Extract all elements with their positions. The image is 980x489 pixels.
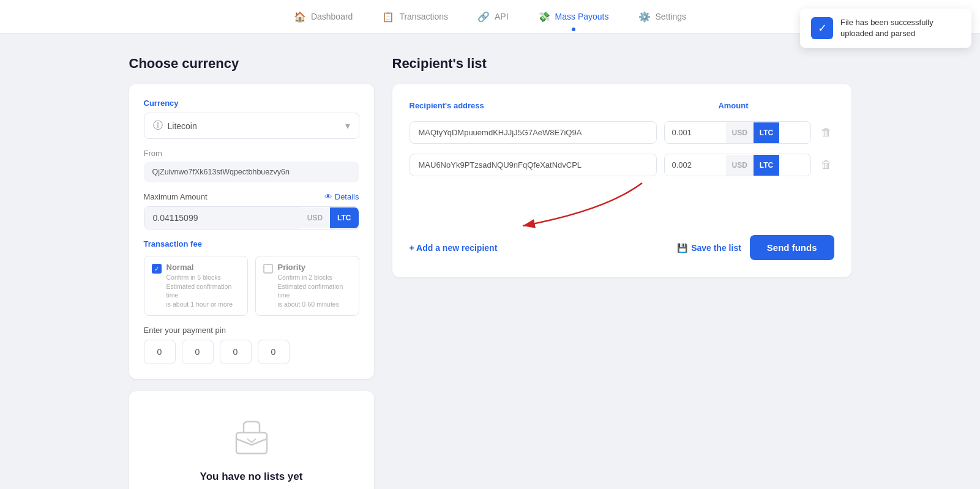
normal-fee-detail: Confirm in 5 blocksEstimated confirmatio…	[166, 273, 240, 309]
transactions-icon: 📋	[382, 11, 394, 23]
max-amount-field: 0.04115099 USD LTC	[144, 206, 359, 230]
actions-row: + Add a new recipient 💾 Save the list Se…	[410, 235, 834, 260]
home-icon: 🏠	[294, 11, 306, 23]
litecoin-icon: ⓛ	[153, 119, 163, 132]
pin-input-4[interactable]	[258, 340, 290, 364]
pin-input-3[interactable]	[220, 340, 252, 364]
save-icon: 💾	[677, 243, 687, 253]
currency-toggle: USD LTC	[300, 207, 359, 229]
priority-fee-name: Priority	[278, 263, 351, 272]
no-lists-card: You have no lists yet	[129, 391, 374, 489]
usd-toggle-btn[interactable]: USD	[300, 207, 330, 228]
fee-priority-option[interactable]: Priority Confirm in 2 blocksEstimated co…	[255, 256, 359, 316]
address-input-1[interactable]	[410, 121, 657, 144]
details-link[interactable]: 👁 Details	[324, 192, 359, 201]
currency-card: Currency ⓛ Litecoin ▾ From QjZuivnwo7fXk…	[129, 84, 374, 379]
no-lists-text: You have no lists yet	[200, 471, 303, 483]
priority-checkbox[interactable]	[263, 264, 273, 274]
nav-transactions[interactable]: 📋 Transactions	[380, 0, 451, 34]
ltc-toggle-btn[interactable]: LTC	[330, 207, 358, 228]
max-amount-label: Maximum Amount	[144, 192, 208, 201]
choose-currency-title: Choose currency	[129, 56, 374, 72]
nav-api[interactable]: 🔗 API	[475, 0, 511, 34]
mass-payouts-icon: 💸	[538, 11, 550, 23]
toast-check-icon: ✓	[811, 17, 833, 39]
priority-fee-detail: Confirm in 2 blocksEstimated confirmatio…	[278, 273, 351, 309]
api-icon: 🔗	[477, 11, 490, 23]
nav-mass-payouts[interactable]: 💸 Mass Payouts	[536, 0, 612, 34]
address-col-label: Recipient's address	[410, 101, 484, 110]
right-actions: 💾 Save the list Send funds	[677, 235, 834, 260]
settings-icon: ⚙️	[638, 11, 651, 23]
pin-label: Enter your payment pin	[144, 326, 359, 335]
main-content: Choose currency Currency ⓛ Litecoin ▾ Fr…	[92, 34, 888, 489]
usd-btn-1[interactable]: USD	[726, 122, 754, 143]
address-input-2[interactable]	[410, 154, 657, 176]
recipients-title: Recipient's list	[392, 56, 851, 72]
ltc-btn-2[interactable]: LTC	[754, 155, 779, 176]
amount-col-label: Amount	[718, 101, 748, 110]
toast-message: File has been successfully uploaded and …	[840, 17, 960, 39]
ltc-btn-1[interactable]: LTC	[754, 122, 779, 143]
currency-name: Litecoin	[168, 121, 340, 131]
toast-notification: ✓ File has been successfully uploaded an…	[800, 9, 971, 48]
from-label: From	[144, 149, 359, 158]
normal-checkbox[interactable]: ✓	[152, 264, 162, 274]
delete-row-2-btn[interactable]: 🗑	[818, 156, 834, 174]
eye-icon: 👁	[324, 192, 332, 201]
pin-input-1[interactable]	[144, 340, 176, 364]
recipient-row-1: USD LTC 🗑	[410, 121, 834, 144]
amount-group-2: USD LTC	[664, 154, 811, 176]
usd-btn-2[interactable]: USD	[726, 155, 754, 176]
amount-input-2[interactable]	[665, 154, 726, 176]
arrow-svg	[410, 180, 834, 235]
arrow-annotation	[410, 180, 834, 235]
chevron-down-icon: ▾	[345, 120, 350, 132]
amount-group-1: USD LTC	[664, 121, 811, 144]
currency-label: Currency	[144, 99, 359, 108]
right-panel: Recipient's list Recipient's address Amo…	[392, 56, 851, 489]
recipients-card: Recipient's address Amount USD LTC 🗑	[392, 84, 851, 277]
normal-fee-name: Normal	[166, 263, 240, 272]
add-recipient-btn[interactable]: + Add a new recipient	[410, 243, 498, 253]
save-list-btn[interactable]: 💾 Save the list	[677, 243, 741, 253]
fee-options: ✓ Normal Confirm in 5 blocksEstimated co…	[144, 256, 359, 316]
left-panel: Choose currency Currency ⓛ Litecoin ▾ Fr…	[129, 56, 374, 489]
nav-dashboard[interactable]: 🏠 Dashboard	[291, 0, 356, 34]
recipient-row-2: USD LTC 🗑	[410, 154, 834, 176]
pin-inputs	[144, 340, 359, 364]
tx-fee-label: Transaction fee	[144, 239, 359, 248]
nav-settings[interactable]: ⚙️ Settings	[636, 0, 689, 34]
from-address: QjZuivnwo7fXk613stWqpectbhbuezvy6n	[144, 162, 359, 182]
currency-select[interactable]: ⓛ Litecoin ▾	[144, 113, 359, 139]
delete-row-1-btn[interactable]: 🗑	[818, 124, 834, 141]
pin-input-2[interactable]	[182, 340, 214, 364]
fee-normal-option[interactable]: ✓ Normal Confirm in 5 blocksEstimated co…	[144, 256, 248, 316]
amount-input-1[interactable]	[665, 122, 726, 143]
recipients-header: Recipient's address Amount	[410, 101, 834, 110]
send-funds-btn[interactable]: Send funds	[750, 235, 834, 260]
empty-box-icon	[230, 416, 273, 461]
max-amount-value: 0.04115099	[144, 207, 300, 229]
